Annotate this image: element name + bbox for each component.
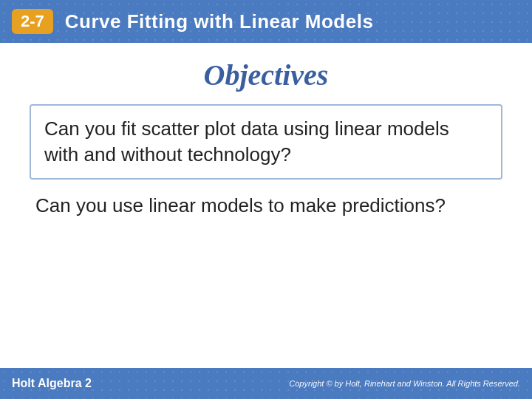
objective-1-text: Can you fit scatter plot data using line… [44, 116, 488, 168]
header-title: Curve Fitting with Linear Models [65, 10, 374, 33]
objective-2-container: Can you use linear models to make predic… [30, 193, 502, 219]
slide: 2-7 Curve Fitting with Linear Models Obj… [0, 0, 532, 399]
objectives-heading: Objectives [204, 58, 329, 92]
main-content: Objectives Can you fit scatter plot data… [0, 43, 532, 368]
header-bar: 2-7 Curve Fitting with Linear Models [0, 0, 532, 43]
objective-1-box: Can you fit scatter plot data using line… [30, 104, 502, 180]
objective-2-text: Can you use linear models to make predic… [33, 193, 502, 219]
footer-bar: Holt Algebra 2 Copyright © by Holt, Rine… [0, 368, 532, 399]
footer-copyright: Copyright © by Holt, Rinehart and Winsto… [289, 379, 520, 388]
lesson-badge: 2-7 [12, 9, 53, 34]
footer-brand: Holt Algebra 2 [12, 377, 92, 390]
